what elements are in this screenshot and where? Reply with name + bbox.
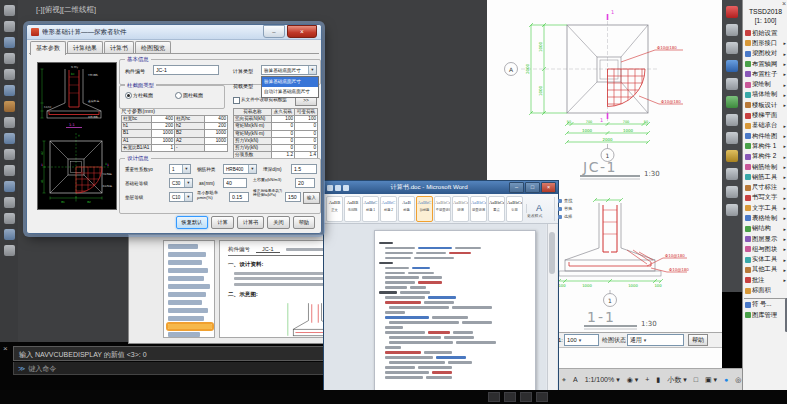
tssd-item-构件绘图[interactable]: 构件绘图▸: [744, 131, 787, 141]
square-column-radio[interactable]: [125, 92, 132, 99]
replace-button[interactable]: 替换: [558, 205, 572, 213]
style-chip-明显强调[interactable]: AaBbCcD明显强调: [470, 196, 487, 222]
param-value-cell[interactable]: 1000: [205, 130, 228, 137]
tool-icon[interactable]: [726, 6, 738, 18]
dialog-button-计算书[interactable]: 计算书: [237, 216, 265, 229]
dialog-button-计算[interactable]: 计算: [211, 216, 233, 229]
tool-icon[interactable]: [4, 21, 15, 32]
style-chip-无间隔[interactable]: AaBB无间隔: [344, 196, 361, 222]
ucs-icon[interactable]: ⌖: [562, 376, 566, 384]
calc-type-combo[interactable]: 验算基础底面尺寸▾: [261, 65, 317, 75]
load-value-cell[interactable]: 100: [295, 116, 318, 123]
style-chip-不明显强调[interactable]: AaBbCcD不明显强调: [434, 196, 451, 222]
depth-input[interactable]: [291, 164, 317, 174]
tab-绘图预览[interactable]: 绘图预览: [135, 41, 171, 53]
size-params-table[interactable]: 柱宽bc400柱高hc400h1200h2200B11000B21000A110…: [121, 115, 228, 152]
tree-item[interactable]: [168, 244, 198, 249]
load-value-cell[interactable]: 100: [272, 116, 295, 123]
tssd-item-布置轴网[interactable]: 布置轴网▸: [744, 59, 787, 69]
tssd-item-算构件 2[interactable]: 算构件 2▸: [744, 152, 787, 162]
word-maximize-button[interactable]: □: [525, 182, 540, 193]
tree-item[interactable]: [168, 252, 206, 257]
taskbar-item[interactable]: [520, 392, 532, 402]
rho-min-input[interactable]: [229, 192, 249, 202]
load-value-cell[interactable]: 0: [272, 131, 295, 138]
layout-icon[interactable]: ▣ ▾: [705, 376, 717, 384]
fa-input-button[interactable]: 输入: [303, 192, 320, 204]
change-styles-button[interactable]: A 更改样式: [526, 204, 551, 213]
load-name-cell[interactable]: 弯矩My(kN·m): [234, 131, 272, 138]
load-name-cell[interactable]: 剪力Vx(kN): [234, 138, 272, 145]
concrete-combo[interactable]: C30▾: [169, 178, 193, 188]
style-chip-引用[interactable]: AaBbCcD引用: [506, 196, 523, 222]
undo-icon[interactable]: [335, 185, 341, 191]
tssd-item-表格绘制[interactable]: 表格绘制▸: [744, 213, 787, 223]
tssd-item-组与图块[interactable]: 组与图块▸: [744, 244, 787, 254]
tssd-item-墙体绘制[interactable]: 墙体绘制▸: [744, 90, 787, 100]
round-column-label[interactable]: 圆柱截面: [183, 92, 203, 98]
param-label-cell[interactable]: 柱高hc: [175, 116, 205, 123]
quick-access-toolbar[interactable]: [327, 185, 349, 191]
tool-icon[interactable]: [726, 96, 738, 108]
load-value-cell[interactable]: 0: [272, 138, 295, 145]
dialog-button-关闭[interactable]: 关闭: [267, 216, 289, 229]
load-value-cell[interactable]: 0: [295, 131, 318, 138]
report-tree[interactable]: [163, 240, 215, 338]
taskbar-item[interactable]: [536, 392, 548, 402]
crosshair-icon[interactable]: +: [645, 376, 649, 383]
tssd-item-文字工具[interactable]: 文字工具▸: [744, 203, 787, 213]
tab-计算书[interactable]: 计算书: [104, 41, 134, 53]
tool-icon[interactable]: [4, 53, 15, 64]
param-value-cell[interactable]: 1000: [205, 138, 228, 145]
tool-icon[interactable]: [4, 133, 15, 144]
taskbar[interactable]: [0, 390, 787, 404]
load-value-cell[interactable]: 0: [272, 145, 295, 152]
calc-type-dropdown-list[interactable]: 验算基础底面尺寸 自动计算基础底面尺寸: [261, 76, 319, 98]
tssd-item-布置柱子[interactable]: 布置柱子▸: [744, 69, 787, 79]
loads-table[interactable]: 荷载名称永久荷载可变荷载竖向荷载N(kN)100100弯矩Mx(kN·m)00弯…: [233, 108, 318, 159]
soil-input[interactable]: [295, 178, 315, 188]
tssd-item-算构件 1[interactable]: 算构件 1▸: [744, 141, 787, 151]
word-page[interactable]: [374, 230, 536, 391]
param-value-cell[interactable]: 200: [152, 123, 175, 130]
param-value-cell[interactable]: 1000: [152, 138, 175, 145]
load-value-cell[interactable]: 0: [295, 123, 318, 130]
dialog-button-帮助[interactable]: 帮助: [293, 216, 315, 229]
round-column-radio[interactable]: [175, 92, 182, 99]
taskbar-item[interactable]: [504, 392, 516, 402]
clean-screen-icon[interactable]: □: [694, 376, 698, 383]
tssd-item-书写文字[interactable]: 书写文字▸: [744, 193, 787, 203]
style-chip-强调[interactable]: AaBbCcD强调: [452, 196, 469, 222]
tree-item[interactable]: [168, 324, 212, 329]
style-chip-要点[interactable]: AaBbCcD要点: [488, 196, 505, 222]
command-close-icon[interactable]: ×: [3, 344, 8, 353]
tool-icon[interactable]: [4, 181, 15, 192]
dialog-minimize-button[interactable]: –: [263, 25, 285, 38]
tssd-item-钢筋工具[interactable]: 钢筋工具▸: [744, 172, 787, 182]
tool-icon[interactable]: [726, 78, 738, 90]
tool-icon[interactable]: [726, 204, 738, 216]
tool-icon[interactable]: [4, 213, 15, 224]
tool-icon[interactable]: [726, 132, 738, 144]
viewport-label[interactable]: [-][俯视][二维线框]: [36, 5, 96, 15]
tool-icon[interactable]: [726, 168, 738, 180]
style-chip-标题 2[interactable]: AaBbC标题 2: [380, 196, 397, 222]
file-load-checkbox[interactable]: [233, 97, 240, 104]
param-value-cell[interactable]: 1000: [152, 130, 175, 137]
tool-icon[interactable]: [4, 85, 15, 96]
tree-item[interactable]: [168, 268, 208, 273]
tssd-item-批注[interactable]: 批注▸: [744, 275, 787, 285]
tssd-item-标面积[interactable]: 标面积: [744, 285, 787, 295]
tssd-item-图形接口[interactable]: 图形接口▸: [744, 38, 787, 48]
tssd-item-初始设置[interactable]: 初始设置: [744, 28, 787, 38]
sync-icon[interactable]: ●: [724, 376, 728, 383]
load-name-cell[interactable]: 剪力Vy(kN): [234, 145, 272, 152]
style-chip-标题[interactable]: AaB标题: [398, 196, 415, 222]
tool-icon[interactable]: [4, 37, 15, 48]
tree-item[interactable]: [168, 284, 210, 289]
param-value-cell[interactable]: 400: [205, 116, 228, 123]
tab-计算结果[interactable]: 计算结果: [67, 41, 103, 53]
tssd-item-梁绘制[interactable]: 梁绘制▸: [744, 79, 787, 89]
tssd-item-图库管理[interactable]: 图库管理: [744, 310, 787, 320]
param-label-cell[interactable]: A1: [122, 138, 152, 145]
